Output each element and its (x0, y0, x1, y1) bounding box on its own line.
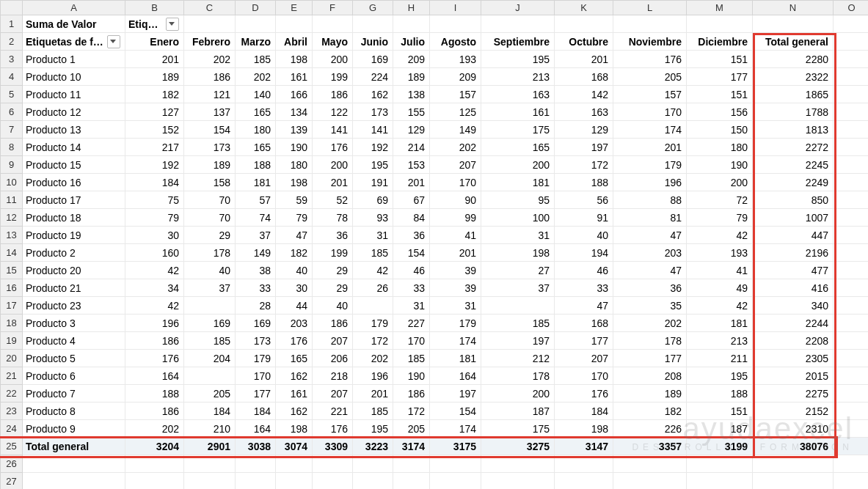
data-cell[interactable]: 199 (313, 244, 353, 262)
data-cell[interactable]: 139 (276, 121, 313, 139)
data-cell[interactable]: 201 (353, 385, 393, 402)
data-cell[interactable]: 218 (313, 367, 353, 385)
data-cell[interactable]: 170 (236, 367, 276, 385)
row-total[interactable]: 2272 (753, 139, 834, 156)
data-cell[interactable]: 127 (125, 103, 184, 121)
column-total[interactable]: 3275 (481, 438, 555, 455)
data-cell[interactable]: 184 (184, 402, 236, 420)
row-header-17[interactable]: 17 (1, 297, 23, 315)
data-cell[interactable]: 78 (313, 209, 353, 227)
data-cell[interactable]: 164 (125, 367, 184, 385)
column-header-G[interactable]: G (353, 1, 393, 15)
grand-total-label[interactable]: Total general (23, 438, 125, 455)
product-name[interactable]: Producto 16 (23, 174, 125, 191)
data-cell[interactable]: 180 (687, 139, 753, 156)
column-header-E[interactable]: E (276, 1, 313, 15)
data-cell[interactable]: 142 (555, 86, 613, 103)
column-total[interactable]: 3038 (236, 438, 276, 455)
data-cell[interactable]: 35 (613, 297, 687, 315)
data-cell[interactable]: 151 (687, 51, 753, 68)
product-name[interactable]: Producto 4 (23, 332, 125, 350)
column-header-B[interactable]: B (125, 1, 184, 15)
pivot-columns-field-dropdown-icon[interactable] (166, 18, 179, 31)
product-name[interactable]: Producto 21 (23, 279, 125, 297)
data-cell[interactable]: 213 (481, 68, 555, 86)
data-cell[interactable]: 198 (276, 51, 313, 68)
data-cell[interactable]: 208 (613, 367, 687, 385)
data-cell[interactable]: 49 (687, 279, 753, 297)
data-cell[interactable]: 161 (276, 385, 313, 402)
data-cell[interactable]: 160 (125, 244, 184, 262)
data-cell[interactable]: 28 (236, 297, 276, 315)
data-cell[interactable]: 31 (481, 227, 555, 244)
data-cell[interactable]: 182 (125, 86, 184, 103)
row-header-7[interactable]: 7 (1, 121, 23, 139)
pivot-corner-label[interactable]: Suma de Valor (23, 15, 125, 33)
row-header-8[interactable]: 8 (1, 139, 23, 156)
data-cell[interactable]: 169 (184, 315, 236, 332)
row-header-6[interactable]: 6 (1, 103, 23, 121)
row-header-22[interactable]: 22 (1, 385, 23, 402)
data-cell[interactable]: 198 (276, 420, 313, 438)
month-header-Enero[interactable]: Enero (125, 33, 184, 51)
data-cell[interactable]: 205 (393, 420, 430, 438)
product-name[interactable]: Producto 23 (23, 297, 125, 315)
product-name[interactable]: Producto 11 (23, 86, 125, 103)
data-cell[interactable]: 79 (276, 209, 313, 227)
data-cell[interactable]: 193 (687, 244, 753, 262)
row-total[interactable]: 2245 (753, 156, 834, 174)
row-header-4[interactable]: 4 (1, 68, 23, 86)
data-cell[interactable]: 173 (353, 103, 393, 121)
data-cell[interactable]: 169 (353, 51, 393, 68)
data-cell[interactable]: 155 (393, 103, 430, 121)
data-cell[interactable]: 170 (613, 103, 687, 121)
column-header-L[interactable]: L (613, 1, 687, 15)
data-cell[interactable]: 157 (430, 86, 481, 103)
data-cell[interactable]: 209 (430, 68, 481, 86)
product-name[interactable]: Producto 8 (23, 402, 125, 420)
data-cell[interactable]: 33 (236, 279, 276, 297)
month-header-Abril[interactable]: Abril (276, 33, 313, 51)
month-header-Noviembre[interactable]: Noviembre (613, 33, 687, 51)
data-cell[interactable]: 207 (313, 332, 353, 350)
row-header-20[interactable]: 20 (1, 350, 23, 367)
data-cell[interactable]: 67 (393, 191, 430, 209)
data-cell[interactable]: 186 (313, 315, 353, 332)
data-cell[interactable]: 69 (353, 191, 393, 209)
row-header-18[interactable]: 18 (1, 315, 23, 332)
data-cell[interactable]: 179 (236, 350, 276, 367)
pivot-columns-field[interactable]: Etiquet (125, 15, 184, 33)
data-cell[interactable] (184, 297, 236, 315)
data-cell[interactable]: 213 (687, 332, 753, 350)
data-cell[interactable]: 29 (184, 227, 236, 244)
data-cell[interactable]: 181 (430, 350, 481, 367)
data-cell[interactable]: 162 (276, 402, 313, 420)
row-header-2[interactable]: 2 (1, 33, 23, 51)
data-cell[interactable]: 40 (313, 297, 353, 315)
data-cell[interactable]: 191 (353, 174, 393, 191)
data-cell[interactable]: 181 (481, 174, 555, 191)
data-cell[interactable]: 194 (555, 244, 613, 262)
row-header-27[interactable]: 27 (1, 473, 23, 490)
month-header-Diciembre[interactable]: Diciembre (687, 33, 753, 51)
data-cell[interactable]: 188 (125, 385, 184, 402)
month-header-Febrero[interactable]: Febrero (184, 33, 236, 51)
data-cell[interactable]: 137 (184, 103, 236, 121)
data-cell[interactable]: 152 (125, 121, 184, 139)
data-cell[interactable]: 56 (555, 191, 613, 209)
column-header-A[interactable]: A (23, 1, 125, 15)
column-total[interactable]: 3147 (555, 438, 613, 455)
data-cell[interactable]: 138 (393, 86, 430, 103)
data-cell[interactable]: 100 (481, 209, 555, 227)
data-cell[interactable]: 37 (236, 227, 276, 244)
data-cell[interactable]: 165 (276, 350, 313, 367)
row-total[interactable]: 2305 (753, 350, 834, 367)
row-header-12[interactable]: 12 (1, 209, 23, 227)
data-cell[interactable]: 37 (184, 279, 236, 297)
column-header-M[interactable]: M (687, 1, 753, 15)
product-name[interactable]: Producto 12 (23, 103, 125, 121)
data-cell[interactable]: 162 (276, 367, 313, 385)
data-cell[interactable]: 125 (430, 103, 481, 121)
data-cell[interactable]: 190 (276, 139, 313, 156)
product-name[interactable]: Producto 18 (23, 209, 125, 227)
